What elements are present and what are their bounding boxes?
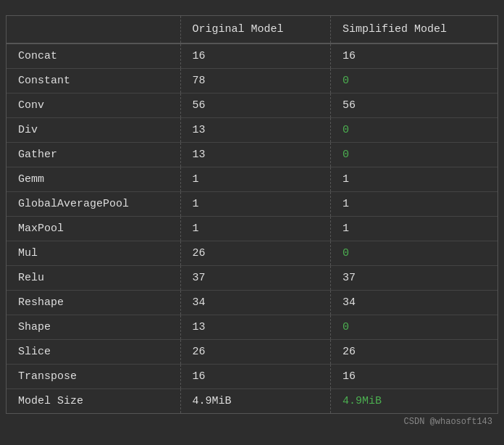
row-original: 1 xyxy=(180,217,331,241)
table-row: Concat1616 xyxy=(7,43,497,69)
table-row: Div130 xyxy=(7,118,497,143)
row-original: 13 xyxy=(180,143,331,167)
row-simplified: 34 xyxy=(331,291,497,315)
row-label: MaxPool xyxy=(7,217,180,241)
table-row: Shape130 xyxy=(7,315,497,340)
row-label: Reshape xyxy=(7,291,180,315)
row-original: 16 xyxy=(180,43,331,69)
row-label: Concat xyxy=(7,43,180,69)
row-label: Model Size xyxy=(7,389,180,414)
row-simplified: 0 xyxy=(331,143,497,167)
row-simplified: 0 xyxy=(331,118,497,143)
table-row: Constant780 xyxy=(7,69,497,93)
row-simplified: 1 xyxy=(331,192,497,217)
header-original: Original Model xyxy=(180,16,331,43)
row-label: Constant xyxy=(7,69,180,93)
table-row: Model Size4.9MiB4.9MiB xyxy=(7,389,497,414)
row-simplified: 26 xyxy=(331,340,497,365)
row-label: Gather xyxy=(7,143,180,167)
header-label xyxy=(7,16,180,43)
row-original: 26 xyxy=(180,340,331,365)
row-label: Mul xyxy=(7,241,180,266)
table-row: Slice2626 xyxy=(7,340,497,365)
table-row: MaxPool11 xyxy=(7,217,497,241)
row-simplified: 16 xyxy=(331,365,497,389)
comparison-table: Original Model Simplified Model Concat16… xyxy=(6,15,498,414)
table-row: Conv5656 xyxy=(7,93,497,118)
header-simplified: Simplified Model xyxy=(331,16,497,43)
row-original: 4.9MiB xyxy=(180,389,331,414)
row-simplified: 56 xyxy=(331,93,497,118)
row-simplified: 1 xyxy=(331,167,497,192)
row-simplified: 37 xyxy=(331,266,497,291)
table-row: Gather130 xyxy=(7,143,497,167)
row-original: 34 xyxy=(180,291,331,315)
row-original: 56 xyxy=(180,93,331,118)
watermark: CSDN @whaosoft143 xyxy=(6,414,498,430)
row-original: 1 xyxy=(180,192,331,217)
row-simplified: 4.9MiB xyxy=(331,389,497,414)
row-original: 16 xyxy=(180,365,331,389)
table-row: GlobalAveragePool11 xyxy=(7,192,497,217)
table-row: Gemm11 xyxy=(7,167,497,192)
row-simplified: 1 xyxy=(331,217,497,241)
row-original: 13 xyxy=(180,315,331,340)
table-row: Transpose1616 xyxy=(7,365,497,389)
row-label: Slice xyxy=(7,340,180,365)
row-label: Relu xyxy=(7,266,180,291)
row-label: Shape xyxy=(7,315,180,340)
row-label: Gemm xyxy=(7,167,180,192)
table-row: Reshape3434 xyxy=(7,291,497,315)
row-original: 78 xyxy=(180,69,331,93)
row-simplified: 0 xyxy=(331,241,497,266)
row-label: Div xyxy=(7,118,180,143)
table-row: Mul260 xyxy=(7,241,497,266)
row-label: GlobalAveragePool xyxy=(7,192,180,217)
row-original: 13 xyxy=(180,118,331,143)
row-simplified: 0 xyxy=(331,69,497,93)
row-label: Transpose xyxy=(7,365,180,389)
row-original: 26 xyxy=(180,241,331,266)
row-simplified: 16 xyxy=(331,43,497,69)
row-label: Conv xyxy=(7,93,180,118)
row-original: 37 xyxy=(180,266,331,291)
row-simplified: 0 xyxy=(331,315,497,340)
row-original: 1 xyxy=(180,167,331,192)
table-row: Relu3737 xyxy=(7,266,497,291)
